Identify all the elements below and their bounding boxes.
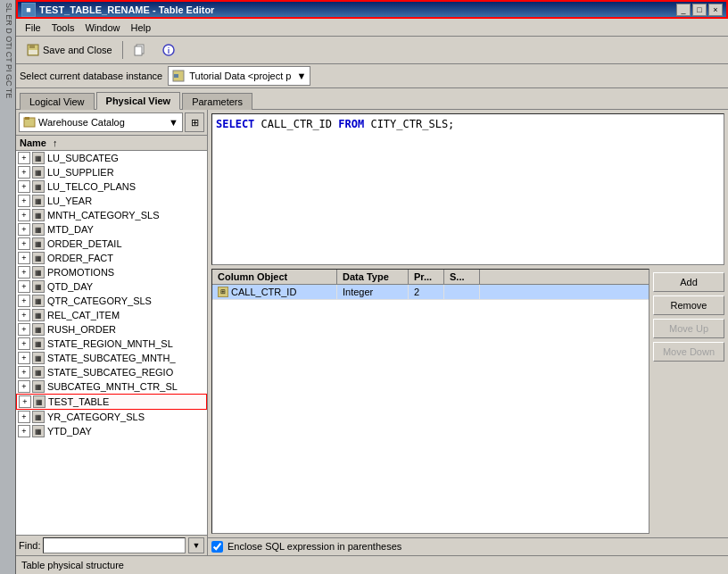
expand-icon[interactable]: + bbox=[18, 380, 30, 393]
tree-item[interactable]: + ▦ STATE_SUBCATEG_REGIO bbox=[16, 365, 207, 379]
side-buttons: Add Remove Move Up Move Down bbox=[653, 269, 724, 533]
menu-help[interactable]: Help bbox=[126, 21, 157, 35]
remove-button[interactable]: Remove bbox=[653, 295, 724, 315]
expand-icon[interactable]: + bbox=[18, 252, 30, 264]
table-icon: ▦ bbox=[32, 280, 45, 293]
expand-icon[interactable]: + bbox=[18, 295, 30, 307]
instance-dropdown[interactable]: Tutorial Data <project p ▼ bbox=[168, 66, 310, 86]
info-icon: i bbox=[161, 43, 176, 57]
tree-item[interactable]: + ▦ YR_CATEGORY_SLS bbox=[16, 410, 207, 424]
expand-icon[interactable]: + bbox=[18, 352, 30, 364]
tree-item[interactable]: + ▦ LU_SUBCATEG bbox=[16, 151, 207, 165]
grid-area: Column Object Data Type Pr... S... ⊞ CAL… bbox=[211, 269, 724, 533]
tree-item[interactable]: + ▦ RUSH_ORDER bbox=[16, 322, 207, 337]
main-content: Warehouse Catalog ▼ ⊞ Name ↑ + ▦ LU_SUBC… bbox=[16, 110, 728, 554]
svg-rect-2 bbox=[29, 50, 37, 54]
col-header-object: Column Object bbox=[212, 270, 337, 284]
menu-window[interactable]: Window bbox=[79, 21, 125, 35]
menu-tools[interactable]: Tools bbox=[46, 21, 80, 35]
tree-item[interactable]: + ▦ QTD_DAY bbox=[16, 279, 207, 294]
expand-icon[interactable]: + bbox=[18, 209, 30, 221]
add-button[interactable]: Add bbox=[653, 272, 724, 292]
info-button[interactable]: i bbox=[155, 38, 182, 62]
expand-icon[interactable]: + bbox=[18, 309, 30, 321]
tree-item[interactable]: + ▦ YTD_DAY bbox=[16, 424, 207, 438]
expand-icon[interactable]: + bbox=[18, 425, 30, 437]
expand-icon[interactable]: + bbox=[18, 323, 30, 336]
close-button[interactable]: × bbox=[708, 4, 723, 16]
expand-icon[interactable]: + bbox=[18, 337, 30, 350]
table-icon: ▦ bbox=[32, 352, 45, 364]
enclose-sql-checkbox[interactable] bbox=[211, 541, 223, 553]
catalog-header: Warehouse Catalog ▼ ⊞ bbox=[16, 110, 207, 136]
tab-logical-view[interactable]: Logical View bbox=[20, 93, 95, 110]
save-close-button[interactable]: Save and Close bbox=[20, 38, 119, 62]
minimize-button[interactable]: _ bbox=[676, 4, 691, 16]
table-icon: ▦ bbox=[32, 209, 45, 221]
tree-item[interactable]: + ▦ ORDER_DETAIL bbox=[16, 237, 207, 251]
tree-col-name: Name bbox=[20, 137, 46, 148]
table-icon: ▦ bbox=[32, 411, 45, 423]
grid-header: Column Object Data Type Pr... S... bbox=[212, 270, 649, 285]
table-icon: ▦ bbox=[32, 309, 45, 321]
tree-item[interactable]: + ▦ LU_SUPPLIER bbox=[16, 165, 207, 179]
table-icon: ▦ bbox=[32, 295, 45, 307]
expand-icon[interactable]: + bbox=[18, 366, 30, 379]
svg-rect-1 bbox=[29, 45, 35, 48]
sort-icon: ↑ bbox=[53, 137, 58, 148]
tree-item[interactable]: + ▦ SUBCATEG_MNTH_CTR_SL bbox=[16, 379, 207, 394]
tree-item[interactable]: + ▦ LU_TELCO_PLANS bbox=[16, 179, 207, 194]
maximize-button[interactable]: □ bbox=[692, 4, 707, 16]
col-header-pr: Pr... bbox=[409, 270, 444, 284]
tree-item[interactable]: + ▦ STATE_SUBCATEG_MNTH_ bbox=[16, 351, 207, 365]
table-icon: ▦ bbox=[33, 395, 46, 408]
expand-icon[interactable]: + bbox=[18, 195, 30, 207]
toolbar: Save and Close i bbox=[16, 37, 728, 64]
expand-icon[interactable]: + bbox=[18, 266, 30, 279]
sql-select-keyword: SELECT bbox=[216, 118, 261, 130]
table-icon: ▦ bbox=[32, 366, 45, 379]
expand-icon[interactable]: + bbox=[18, 180, 30, 193]
expand-icon[interactable]: + bbox=[18, 152, 30, 164]
window-title: TEST_TABLE_RENAME - Table Editor bbox=[39, 4, 214, 15]
sql-area[interactable]: SELECT CALL_CTR_ID FROM CITY_CTR_SLS; bbox=[211, 113, 724, 265]
tab-parameters[interactable]: Parameters bbox=[182, 93, 252, 110]
tree-item[interactable]: + ▦ QTR_CATEGORY_SLS bbox=[16, 294, 207, 308]
expand-icon[interactable]: + bbox=[18, 280, 30, 293]
find-bar: Find: ▼ bbox=[16, 535, 207, 555]
grid-body[interactable]: ⊞ CALL_CTR_ID Integer 2 bbox=[212, 285, 649, 532]
expand-icon[interactable]: + bbox=[18, 237, 30, 250]
expand-icon[interactable]: + bbox=[18, 411, 30, 423]
table-icon: ▦ bbox=[32, 237, 45, 250]
tree-item[interactable]: + ▦ PROMOTIONS bbox=[16, 265, 207, 279]
expand-icon[interactable]: + bbox=[18, 223, 30, 236]
grid-row[interactable]: ⊞ CALL_CTR_ID Integer 2 bbox=[212, 285, 649, 300]
tree-container[interactable]: + ▦ LU_SUBCATEG + ▦ LU_SUPPLIER + ▦ LU_T… bbox=[16, 151, 207, 534]
tree-item[interactable]: + ▦ MTD_DAY bbox=[16, 222, 207, 237]
menu-file[interactable]: File bbox=[20, 21, 46, 35]
tree-item[interactable]: + ▦ STATE_REGION_MNTH_SL bbox=[16, 337, 207, 351]
right-panel: SELECT CALL_CTR_ID FROM CITY_CTR_SLS; Co… bbox=[208, 110, 728, 554]
column-icon: ⊞ bbox=[218, 287, 228, 297]
tab-physical-view[interactable]: Physical View bbox=[96, 92, 181, 110]
svg-text:i: i bbox=[167, 46, 170, 55]
find-filter-button[interactable]: ▼ bbox=[188, 537, 204, 553]
test-table-item[interactable]: + ▦ TEST_TABLE bbox=[16, 394, 207, 410]
tree-item[interactable]: + ▦ ORDER_FACT bbox=[16, 251, 207, 265]
expand-icon[interactable]: + bbox=[19, 395, 31, 408]
tabs-container: Logical View Physical View Parameters bbox=[16, 88, 728, 110]
sql-column: CALL_CTR_ID bbox=[261, 118, 339, 130]
tree-item[interactable]: + ▦ REL_CAT_ITEM bbox=[16, 308, 207, 322]
app-border: SL ER D OTI CT PI GC TE bbox=[0, 0, 16, 574]
move-up-button[interactable]: Move Up bbox=[653, 319, 724, 338]
catalog-dropdown[interactable]: Warehouse Catalog ▼ bbox=[19, 112, 183, 132]
tree-item[interactable]: + ▦ LU_YEAR bbox=[16, 194, 207, 208]
expand-icon[interactable]: + bbox=[18, 166, 30, 179]
table-icon: ▦ bbox=[32, 152, 45, 164]
catalog-expand-button[interactable]: ⊞ bbox=[185, 112, 204, 132]
find-input[interactable] bbox=[43, 537, 186, 553]
table-icon: ▦ bbox=[32, 180, 45, 193]
move-down-button[interactable]: Move Down bbox=[653, 342, 724, 362]
copy-button[interactable] bbox=[127, 38, 153, 62]
tree-item[interactable]: + ▦ MNTH_CATEGORY_SLS bbox=[16, 208, 207, 222]
